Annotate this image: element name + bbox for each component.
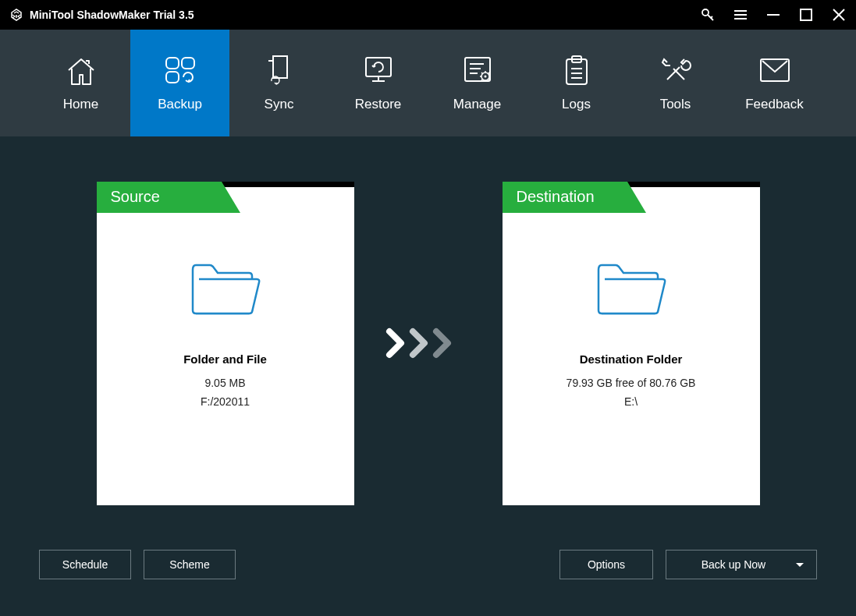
nav-label: Sync bbox=[265, 97, 294, 112]
nav-label: Manage bbox=[453, 97, 501, 112]
destination-title: Destination Folder bbox=[580, 352, 683, 366]
nav-sync[interactable]: Sync bbox=[229, 30, 329, 136]
key-icon[interactable] bbox=[700, 7, 716, 23]
home-icon bbox=[64, 55, 98, 87]
close-icon[interactable] bbox=[831, 7, 847, 23]
destination-free: 79.93 GB free of 80.76 GB bbox=[567, 377, 696, 389]
sync-icon bbox=[265, 55, 293, 87]
folder-icon bbox=[592, 256, 670, 321]
svg-point-21 bbox=[484, 75, 486, 77]
svg-rect-7 bbox=[801, 9, 812, 20]
main-nav: Home Backup Sync Restore Manage Logs T bbox=[0, 30, 856, 136]
nav-tools[interactable]: Tools bbox=[626, 30, 725, 136]
footer: Schedule Scheme Options Back up Now bbox=[0, 550, 856, 616]
backup-now-button[interactable]: Back up Now bbox=[666, 550, 817, 579]
svg-point-0 bbox=[702, 9, 709, 16]
titlebar: MiniTool ShadowMaker Trial 3.5 bbox=[0, 0, 856, 30]
minimize-icon[interactable] bbox=[765, 7, 781, 23]
svg-rect-10 bbox=[166, 58, 179, 69]
content-area: Source Folder and File 9.05 MB F:/202011… bbox=[0, 136, 856, 550]
nav-label: Restore bbox=[355, 97, 402, 112]
svg-rect-12 bbox=[166, 72, 179, 83]
svg-rect-11 bbox=[182, 58, 194, 69]
arrows-icon bbox=[385, 324, 471, 363]
nav-home[interactable]: Home bbox=[31, 30, 130, 136]
source-header: Source bbox=[111, 188, 160, 206]
nav-feedback[interactable]: Feedback bbox=[725, 30, 824, 136]
source-size: 9.05 MB bbox=[204, 377, 245, 389]
nav-label: Logs bbox=[562, 97, 591, 112]
manage-icon bbox=[460, 55, 495, 87]
nav-label: Tools bbox=[660, 97, 691, 112]
schedule-button[interactable]: Schedule bbox=[39, 550, 131, 579]
svg-line-2 bbox=[711, 16, 712, 18]
source-title: Folder and File bbox=[183, 352, 267, 366]
svg-rect-13 bbox=[366, 58, 391, 76]
source-path: F:/202011 bbox=[201, 395, 250, 408]
nav-backup[interactable]: Backup bbox=[130, 30, 229, 136]
app-title: MiniTool ShadowMaker Trial 3.5 bbox=[30, 9, 194, 21]
restore-icon bbox=[361, 55, 396, 87]
nav-restore[interactable]: Restore bbox=[329, 30, 428, 136]
nav-logs[interactable]: Logs bbox=[527, 30, 626, 136]
scheme-button[interactable]: Scheme bbox=[144, 550, 236, 579]
nav-label: Home bbox=[63, 97, 98, 112]
nav-label: Backup bbox=[158, 97, 202, 112]
source-card[interactable]: Source Folder and File 9.05 MB F:/202011 bbox=[97, 182, 354, 505]
nav-manage[interactable]: Manage bbox=[428, 30, 527, 136]
maximize-icon[interactable] bbox=[798, 7, 814, 23]
tools-icon bbox=[659, 55, 692, 87]
logs-icon bbox=[562, 55, 591, 87]
feedback-icon bbox=[758, 55, 792, 87]
backup-icon bbox=[162, 55, 199, 87]
app-logo-icon bbox=[9, 8, 23, 22]
folder-icon bbox=[186, 256, 265, 321]
destination-header: Destination bbox=[517, 188, 595, 206]
destination-card[interactable]: Destination Destination Folder 79.93 GB … bbox=[503, 182, 760, 505]
destination-path: E:\ bbox=[624, 395, 638, 408]
options-button[interactable]: Options bbox=[559, 550, 653, 579]
nav-label: Feedback bbox=[745, 97, 804, 112]
menu-icon[interactable] bbox=[733, 7, 748, 23]
